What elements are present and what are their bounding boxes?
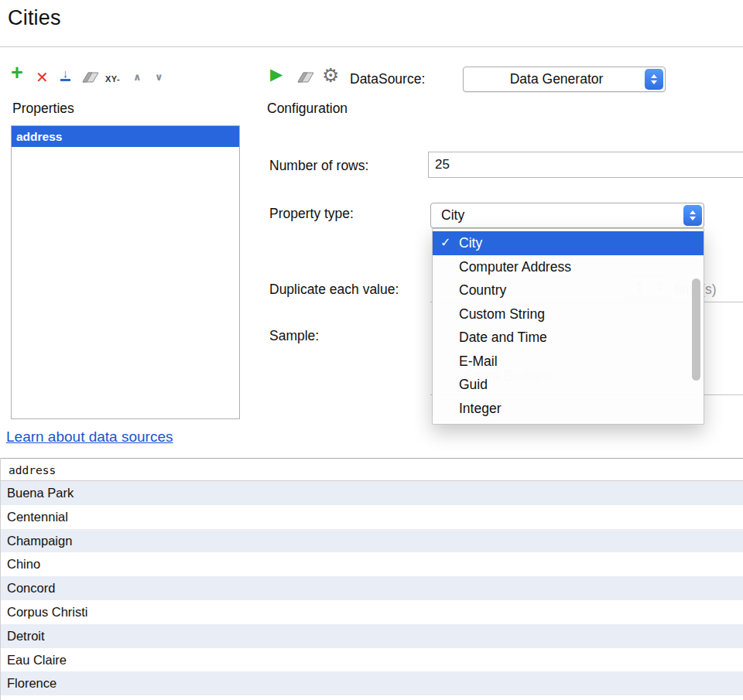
menu-item[interactable]: Date and Time	[433, 326, 704, 350]
table-row[interactable]: Champaign	[1, 529, 743, 553]
popup-stepper-icon	[645, 69, 663, 90]
clear-properties-button[interactable]	[82, 72, 99, 83]
table-row[interactable]: Detroit	[1, 624, 743, 648]
add-property-button[interactable]: +	[11, 63, 23, 82]
datasource-label: DataSource:	[350, 71, 425, 87]
remove-property-button[interactable]: ✕	[36, 68, 49, 87]
list-item[interactable]: address	[12, 126, 239, 147]
play-button[interactable]: ▶	[270, 65, 282, 84]
play-icon: ▶	[270, 65, 282, 84]
menu-item[interactable]: E-Mail	[433, 350, 704, 374]
properties-list: address	[11, 125, 240, 419]
menu-item[interactable]: Computer Address	[433, 255, 704, 279]
menu-item[interactable]: Integer	[433, 397, 704, 421]
learn-about-data-sources-link[interactable]: Learn about data sources	[6, 429, 173, 446]
menu-item-label: E-Mail	[459, 353, 498, 369]
rows-input[interactable]	[428, 152, 743, 178]
eraser-icon	[82, 72, 99, 83]
property-type-label: Property type:	[269, 206, 354, 222]
table-row[interactable]: Concord	[1, 576, 743, 600]
page-title: Cities	[8, 6, 61, 30]
menu-item-label: Computer Address	[459, 259, 571, 275]
remove-icon: ✕	[36, 68, 49, 87]
eraser-icon	[297, 72, 314, 83]
properties-label: Properties	[12, 101, 74, 117]
menu-item-label: City	[459, 235, 482, 251]
menu-item[interactable]: Custom String	[433, 302, 704, 326]
table-row[interactable]: Chino	[1, 552, 743, 576]
datasource-popup[interactable]: Data Generator	[463, 67, 666, 92]
plus-icon: +	[11, 63, 23, 82]
move-down-button[interactable]: ∨	[155, 71, 163, 83]
table-row[interactable]: Florence	[1, 671, 743, 695]
menu-item[interactable]: ✓ City	[433, 231, 704, 255]
column-header-address[interactable]: address	[1, 458, 743, 481]
sample-label: Sample:	[269, 328, 319, 344]
popup-stepper-icon	[683, 205, 702, 226]
settings-button[interactable]: ⚙	[322, 64, 339, 87]
import-button[interactable]: ↓	[60, 68, 70, 81]
table-row[interactable]: Centennial	[1, 505, 743, 529]
menu-item[interactable]: Guid	[433, 373, 704, 397]
chevron-up-icon: ∧	[133, 71, 142, 83]
menu-item-label: Integer	[459, 401, 501, 416]
chevron-down-icon: ∨	[155, 71, 163, 83]
menu-item-label: Country	[459, 282, 506, 298]
xy-icon: XY-	[105, 74, 120, 84]
clear-output-button[interactable]	[297, 72, 314, 83]
rename-xy-button[interactable]: XY-	[105, 74, 120, 84]
property-type-value: City	[431, 203, 704, 227]
cities-window: Cities + ✕ ↓ XY- ∧ ∨ Properties address …	[0, 0, 743, 700]
table-row[interactable]: Buena Park	[1, 481, 743, 505]
menu-item-label: Date and Time	[459, 330, 547, 345]
rows-label: Number of rows:	[269, 158, 368, 174]
menu-item-label: Guid	[459, 377, 488, 392]
configuration-label: Configuration	[267, 101, 348, 117]
property-type-menu: ✓ City Computer Address Country Custom S…	[432, 228, 704, 425]
table-row[interactable]: Corpus Christi	[1, 600, 743, 624]
datasource-value: Data Generator	[464, 67, 665, 91]
scrollbar-thumb[interactable]	[692, 278, 700, 381]
import-icon: ↓	[60, 68, 70, 81]
table-body: Buena Park Centennial Champaign Chino Co…	[1, 481, 743, 695]
property-type-popup[interactable]: City	[430, 203, 704, 228]
checkmark-icon: ✓	[440, 231, 450, 255]
move-up-button[interactable]: ∧	[133, 71, 142, 83]
menu-item-label: Custom String	[459, 306, 545, 322]
duplicate-label: Duplicate each value:	[269, 282, 399, 298]
menu-item[interactable]: Country	[433, 278, 704, 302]
divider	[0, 46, 743, 47]
results-table: address Buena Park Centennial Champaign …	[0, 458, 743, 700]
table-row[interactable]: Eau Claire	[1, 648, 743, 672]
gear-icon: ⚙	[322, 64, 339, 87]
